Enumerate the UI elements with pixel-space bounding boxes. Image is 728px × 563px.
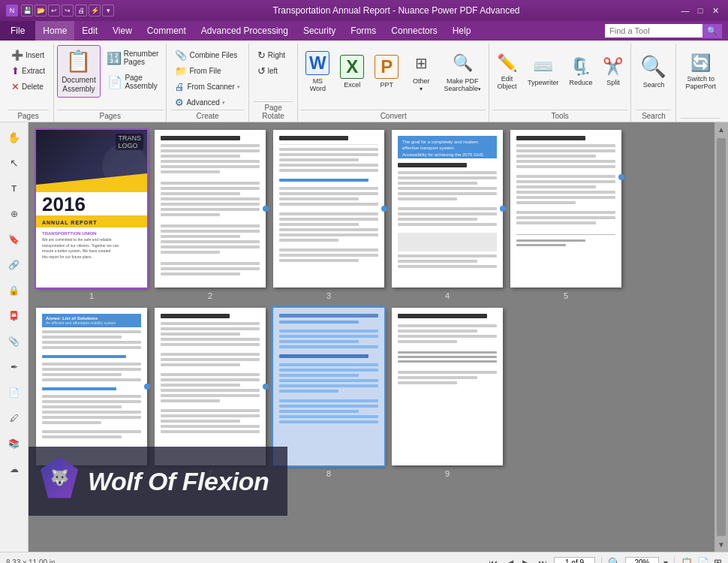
document-assembly-button[interactable]: 📋 DocumentAssembly — [57, 45, 101, 98]
menu-forms[interactable]: Forms — [343, 21, 384, 41]
print-quick-icon[interactable]: 🖨 — [75, 5, 87, 17]
page-assembly-button[interactable]: 📄 PageAssembly — [102, 71, 164, 93]
text-select-button[interactable]: T — [2, 176, 26, 200]
page-2-wrapper: 2 — [155, 130, 266, 300]
cover-bottom-content: TRANSPORTTION UNION We are committed to … — [36, 227, 147, 263]
bookmark-tool-button[interactable]: 🔖 — [2, 227, 26, 251]
make-pdf-searchable-button[interactable]: 🔍 Make PDFSearchable▾ — [439, 45, 486, 98]
stamp-tool-button[interactable]: 📮 — [2, 304, 26, 328]
scroll-up-button[interactable]: ▲ — [716, 124, 726, 135]
edit-object-button[interactable]: ✏️ EditObject — [492, 45, 522, 98]
minimize-button[interactable]: — — [678, 4, 692, 17]
convert-ppt-button[interactable]: P PPT — [370, 45, 403, 98]
menu-file[interactable]: File — [0, 21, 35, 41]
page-3[interactable] — [273, 130, 384, 288]
nav-prev-button[interactable]: ◀ — [504, 557, 516, 564]
search-ribbon-button[interactable]: 🔍 Search — [636, 45, 671, 98]
layers-tool-button[interactable]: 📚 — [2, 432, 26, 456]
pointer-tool-button[interactable]: ↖ — [2, 151, 26, 175]
rotate-left-button[interactable]: ↺left — [254, 64, 281, 78]
page-7[interactable] — [155, 308, 266, 465]
nav-first-button[interactable]: ⏮ — [486, 557, 500, 564]
highlight-tool-button[interactable]: 🖊 — [2, 406, 26, 430]
rotate-buttons: ↻Right ↺left — [254, 45, 293, 101]
quick-access-toolbar: 💾 📂 ↩ ↪ 🖨 ⚡ ▾ — [21, 5, 114, 17]
page-2[interactable] — [155, 130, 266, 288]
attach-tool-button[interactable]: 📎 — [2, 330, 26, 354]
extract-button[interactable]: ⬆Extract — [8, 64, 49, 78]
convert-excel-button[interactable]: X Excel — [335, 45, 369, 98]
page-assembly-icon: 📄 — [107, 75, 122, 89]
redo-quick-icon[interactable]: ↪ — [62, 5, 74, 17]
ribbon-group-rotate: ↻Right ↺left Page Rotate — [249, 44, 299, 122]
rotate-right-button[interactable]: ↻Right — [254, 48, 289, 62]
menu-help[interactable]: Help — [445, 21, 479, 41]
switch-paperport-button[interactable]: 🔄 Switch toPaperPort — [681, 45, 720, 98]
menu-edit[interactable]: Edit — [74, 21, 105, 41]
combine-files-button[interactable]: 📎Combine Files — [171, 48, 241, 62]
page-5[interactable] — [510, 130, 621, 288]
ribbon-group-pages: ➕Insert ⬆Extract ✕Delete Pages — [3, 44, 54, 122]
undo-quick-icon[interactable]: ↩ — [48, 5, 60, 17]
renumber-pages-button[interactable]: 🔢 RenumberPages — [102, 47, 164, 69]
page-6[interactable]: Annex: List of Solutions An efficient an… — [36, 308, 147, 465]
nav-next-button[interactable]: ▶ — [520, 557, 531, 564]
view-pages-button[interactable]: 📋 — [681, 557, 693, 563]
pen-tool-button[interactable]: ✒ — [2, 355, 26, 379]
status-divider-1 — [601, 557, 602, 564]
page-1[interactable]: TRANSLOGO 2016 ANNUAL REPORT — [36, 130, 147, 288]
zoom-out-button[interactable]: 🔍 — [608, 557, 621, 564]
menu-home[interactable]: Home — [35, 21, 74, 41]
page-number-input[interactable] — [554, 557, 595, 563]
lock-tool-button[interactable]: 🔒 — [2, 278, 26, 303]
window-controls: — □ ✕ — [678, 4, 722, 17]
hand-tool-button[interactable]: ✋ — [2, 125, 26, 149]
from-file-button[interactable]: 📁From File — [171, 64, 224, 78]
menu-advanced[interactable]: Advanced Processing — [194, 21, 296, 41]
menu-view[interactable]: View — [105, 21, 140, 41]
zoom-in-button[interactable]: ▾ — [663, 558, 668, 564]
convert-other-button[interactable]: ⊞ Other▾ — [405, 45, 438, 98]
nav-last-button[interactable]: ⏭ — [536, 557, 549, 564]
ribbon-group-create: 📎Combine Files 📁From File 🖨From Scanner▾… — [167, 44, 248, 122]
scroll-down-button[interactable]: ▼ — [716, 539, 726, 550]
from-scanner-button[interactable]: 🖨From Scanner▾ — [171, 80, 243, 94]
page-assembly-label: PageAssembly — [125, 74, 157, 90]
page-4[interactable]: The goal for a completely and modern eff… — [392, 130, 503, 288]
menu-comment[interactable]: Comment — [140, 21, 194, 41]
ppt-label: PPT — [381, 81, 394, 89]
create-group-label: Create — [171, 110, 243, 122]
convert-word-button[interactable]: W MSWord — [301, 45, 334, 98]
scan-quick-icon[interactable]: ⚡ — [89, 5, 101, 17]
close-button[interactable]: ✕ — [708, 4, 722, 17]
page-3-wrapper: 3 — [273, 130, 384, 300]
page-8[interactable] — [273, 308, 384, 465]
split-label: Split — [606, 79, 620, 86]
cover-year-area: 2016 — [36, 188, 147, 215]
open-quick-icon[interactable]: 📂 — [35, 5, 47, 17]
word-label: MSWord — [310, 77, 326, 92]
page-9[interactable] — [392, 308, 503, 465]
reduce-button[interactable]: 🗜️ Reduce — [564, 45, 597, 98]
page-tool-button[interactable]: 📄 — [2, 381, 26, 405]
maximize-button[interactable]: □ — [693, 4, 707, 17]
advanced-create-button[interactable]: ⚙Advanced▾ — [171, 95, 228, 110]
insert-button[interactable]: ➕Insert — [8, 48, 48, 62]
menu-search-input[interactable] — [605, 24, 702, 38]
cloud-tool-button[interactable]: ☁ — [2, 457, 26, 481]
zoom-input[interactable] — [625, 557, 659, 563]
menu-connectors[interactable]: Connectors — [384, 21, 444, 41]
link-tool-button[interactable]: 🔗 — [2, 253, 26, 277]
save-quick-icon[interactable]: 💾 — [21, 5, 33, 17]
view-grid-button[interactable]: ⊞ — [714, 557, 722, 563]
view-single-button[interactable]: 📄 — [697, 557, 709, 563]
split-button[interactable]: ✂️ Split — [598, 45, 627, 98]
zoom-tool-button[interactable]: ⊕ — [2, 202, 26, 226]
search-ribbon-label: Search — [643, 81, 665, 89]
dropdown-quick-icon[interactable]: ▾ — [102, 5, 114, 17]
menu-search-button[interactable]: 🔍 — [702, 24, 722, 38]
delete-button[interactable]: ✕Delete — [8, 80, 47, 94]
menu-security[interactable]: Security — [296, 21, 343, 41]
typewriter-icon: ⌨️ — [533, 57, 553, 77]
typewriter-button[interactable]: ⌨️ Typewriter — [523, 45, 564, 98]
